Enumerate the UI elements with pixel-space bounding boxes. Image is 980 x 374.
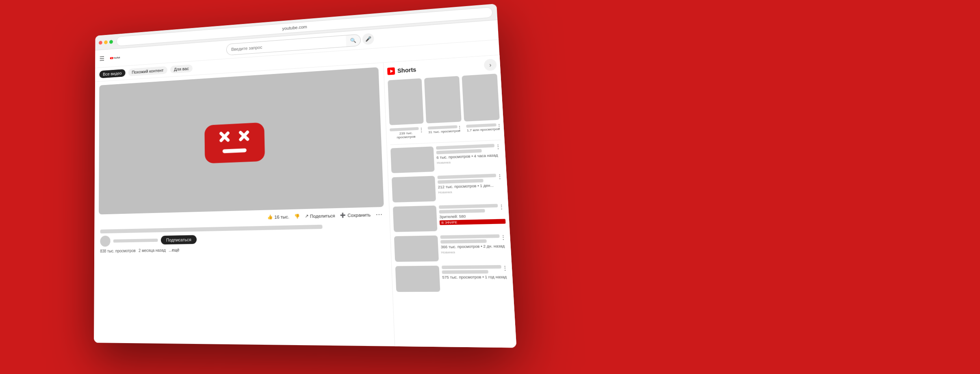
yt-dead-icon — [199, 115, 270, 170]
video-player[interactable] — [99, 67, 384, 214]
sidebar-meta-2: 212 тыс. просмотров • 1 ден... — [438, 183, 504, 189]
svg-rect-4 — [204, 122, 265, 163]
tab-similar[interactable]: Похожий контент — [128, 66, 167, 76]
short-thumbnail-1[interactable] — [388, 78, 424, 125]
sidebar-title-4b — [440, 239, 487, 244]
shorts-next-button[interactable]: › — [484, 59, 497, 71]
save-label: Сохранить — [347, 212, 371, 218]
sidebar-meta-4: 366 тыс. просмотров • 2 дн. назад — [441, 244, 507, 249]
hamburger-menu[interactable]: ☰ — [100, 55, 104, 62]
scene: youtube.com ☰ YouTube RU 🔍 🎤 — [0, 0, 980, 374]
subscribe-button[interactable]: Подписаться — [161, 235, 197, 244]
tab-all-videos[interactable]: Все видео — [99, 69, 125, 78]
sidebar-title-1b — [436, 149, 482, 154]
mic-button[interactable]: 🎤 — [362, 33, 374, 45]
sidebar-video-info-3: Зрителей: 580 В ЭФИРЕ — [439, 204, 506, 231]
sidebar-thumb-4[interactable] — [394, 235, 439, 262]
sidebar-more-btn-4[interactable]: ⋮ — [500, 234, 507, 240]
share-icon: ↗ — [305, 213, 308, 219]
sidebar-video-item-2: 212 тыс. просмотров • 1 ден... Новинка ⋮ — [392, 174, 504, 202]
like-count: 16 тыс. — [274, 214, 289, 220]
youtube-logo-icon: YouTube RU — [110, 54, 120, 62]
main-layout: 👍 16 тыс. 👎 ↗ Поделиться ➕ Сохранить — [94, 55, 516, 348]
dislike-button[interactable]: 👎 — [294, 214, 300, 219]
url-text: youtube.com — [282, 24, 307, 30]
sidebar-title-2b — [438, 179, 483, 184]
dot-maximize[interactable] — [109, 40, 113, 44]
views-text: 838 тыс. просмотров — [100, 248, 135, 253]
sidebar-more-btn-1[interactable]: ⋮ — [495, 144, 501, 150]
browser-window: youtube.com ☰ YouTube RU 🔍 🎤 — [94, 4, 516, 348]
short-views-3: 1,7 млн просмотров — [466, 127, 501, 132]
sidebar-badge-2: Новинка — [438, 189, 504, 194]
sidebar-video-item-4: 366 тыс. просмотров • 2 дн. назад Новинк… — [394, 234, 508, 262]
channel-name-placeholder — [113, 239, 158, 243]
sidebar-video-info-4: 366 тыс. просмотров • 2 дн. назад Новинк… — [440, 234, 507, 261]
sidebar-more-btn-3[interactable]: ⋮ — [498, 204, 505, 210]
shorts-section: Shorts › 239 тыс. просмотров — [387, 59, 501, 139]
sidebar-title-5a — [442, 265, 501, 269]
short-thumbnail-2[interactable] — [424, 76, 461, 124]
shorts-grid — [388, 74, 500, 125]
like-icon: 👍 — [267, 214, 273, 220]
video-player-container: 👍 16 тыс. 👎 ↗ Поделиться ➕ Сохранить — [99, 67, 386, 253]
svg-text:YouTube: YouTube — [114, 57, 120, 59]
short-more-btn-1[interactable]: ⋮ — [418, 127, 424, 133]
sidebar-live-badge-3: В ЭФИРЕ — [440, 219, 506, 225]
more-button[interactable]: ⋯ — [375, 210, 383, 218]
channel-avatar[interactable] — [100, 236, 110, 247]
sidebar-video-item-5: 575 тыс. просмотров • 1 год назад ⋮ — [395, 265, 510, 292]
sidebar-title-1a — [436, 144, 494, 150]
like-button[interactable]: 👍 16 тыс. — [267, 214, 290, 220]
sidebar-video-item-3: Зрителей: 580 В ЭФИРЕ ⋮ — [393, 204, 506, 232]
right-sidebar: Shorts › 239 тыс. просмотров — [383, 55, 516, 348]
sidebar-thumb-3[interactable] — [393, 206, 438, 232]
date-text: 2 месяца назад — [139, 248, 166, 253]
share-button[interactable]: ↗ Поделиться — [305, 213, 335, 219]
sidebar-title-3a — [439, 204, 498, 209]
shorts-title: Shorts — [397, 66, 416, 74]
video-panel: 👍 16 тыс. 👎 ↗ Поделиться ➕ Сохранить — [94, 63, 395, 348]
sidebar-badge-1: Новинка — [437, 159, 502, 165]
save-button[interactable]: ➕ Сохранить — [340, 212, 371, 218]
sidebar-more-btn-2[interactable]: ⋮ — [497, 174, 503, 180]
sidebar-title-5b — [442, 270, 488, 274]
short-more-btn-2[interactable]: ⋮ — [457, 125, 463, 131]
sidebar-title-2a — [438, 174, 497, 179]
sidebar-thumb-5[interactable] — [395, 266, 440, 292]
sidebar-video-info-2: 212 тыс. просмотров • 1 ден... Новинка — [438, 174, 505, 201]
short-thumbnail-3[interactable] — [462, 74, 500, 122]
sidebar-meta-5: 575 тыс. просмотров • 1 год назад — [442, 275, 509, 280]
short-more-btn-3[interactable]: ⋮ — [496, 123, 502, 129]
sidebar-viewer-count-3: Зрителей: 580 — [439, 213, 505, 219]
short-views-2: 31 тыс. просмотров — [428, 129, 461, 134]
tab-for-you[interactable]: Для вас — [170, 64, 193, 73]
save-icon: ➕ — [340, 213, 346, 218]
sidebar-badge-4: Новинка — [441, 250, 507, 254]
dot-close[interactable] — [99, 41, 102, 45]
sidebar-title-4a — [440, 234, 499, 239]
youtube-logo[interactable]: YouTube RU — [110, 54, 120, 62]
svg-text:RU: RU — [119, 56, 120, 57]
sidebar-thumb-1[interactable] — [390, 146, 435, 173]
dot-minimize[interactable] — [104, 40, 108, 44]
browser-dots — [99, 40, 113, 45]
sidebar-video-item-1: 6 тыс. просмотров • 4 часа назад Новинка… — [390, 144, 503, 173]
more-description[interactable]: ...ещё — [169, 248, 179, 252]
short-views-1: 239 тыс. просмотров — [390, 130, 423, 139]
dislike-icon: 👎 — [294, 214, 300, 219]
shorts-views-row: 239 тыс. просмотров ⋮ 31 тыс. просмотров… — [390, 123, 501, 139]
search-button[interactable]: 🔍 — [346, 34, 361, 47]
sidebar-thumb-2[interactable] — [392, 176, 436, 202]
sidebar-title-3b — [439, 209, 485, 213]
share-label: Поделиться — [310, 213, 335, 219]
channel-row: Подписаться — [100, 230, 383, 247]
sidebar-video-info-5: 575 тыс. просмотров • 1 год назад — [442, 265, 510, 292]
sidebar-more-btn-5[interactable]: ⋮ — [502, 265, 509, 271]
sidebar-video-info-1: 6 тыс. просмотров • 4 часа назад Новинка — [436, 144, 503, 172]
shorts-icon — [387, 67, 395, 75]
